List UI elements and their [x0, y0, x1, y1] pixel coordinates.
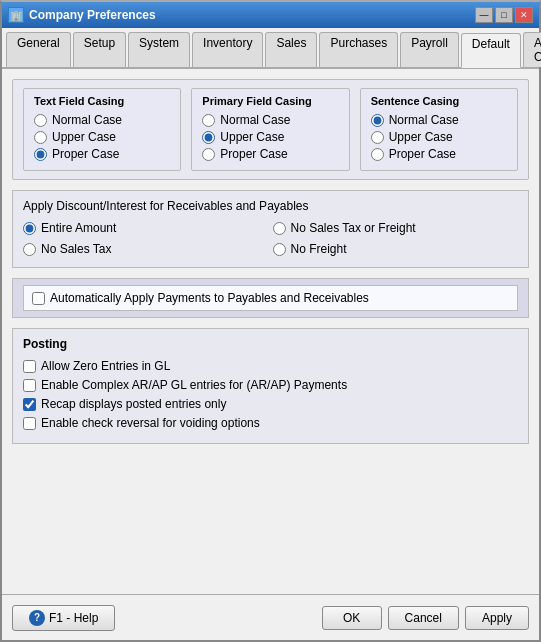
- tab-addons[interactable]: Add-Ons: [523, 32, 541, 67]
- main-window: 🏢 Company Preferences — □ ✕ General Setu…: [0, 0, 541, 642]
- content-area: Text Field Casing Normal Case Upper Case…: [2, 69, 539, 594]
- text-proper-radio[interactable]: [34, 148, 47, 161]
- posting-recap-displays[interactable]: Recap displays posted entries only: [23, 397, 518, 411]
- auto-apply-section: Automatically Apply Payments to Payables…: [12, 278, 529, 318]
- primary-upper-label: Upper Case: [220, 130, 284, 144]
- discount-title: Apply Discount/Interest for Receivables …: [23, 199, 518, 213]
- discount-no-sales-tax[interactable]: No Sales Tax: [23, 242, 269, 256]
- text-normal-label: Normal Case: [52, 113, 122, 127]
- title-bar-left: 🏢 Company Preferences: [8, 7, 156, 23]
- tab-default[interactable]: Default: [461, 33, 521, 68]
- primary-upper-radio[interactable]: [202, 131, 215, 144]
- discount-entire-amount[interactable]: Entire Amount: [23, 221, 269, 235]
- minimize-button[interactable]: —: [475, 7, 493, 23]
- auto-apply-checkbox[interactable]: [32, 292, 45, 305]
- tab-purchases[interactable]: Purchases: [319, 32, 398, 67]
- sentence-upper-radio[interactable]: [371, 131, 384, 144]
- primary-proper-label: Proper Case: [220, 147, 287, 161]
- posting-allow-zero[interactable]: Allow Zero Entries in GL: [23, 359, 518, 373]
- discount-no-freight-radio[interactable]: [273, 243, 286, 256]
- auto-apply-label: Automatically Apply Payments to Payables…: [50, 291, 369, 305]
- sentence-casing-group: Sentence Casing Normal Case Upper Case P…: [360, 88, 518, 171]
- footer: ? F1 - Help OK Cancel Apply: [2, 594, 539, 640]
- posting-section: Posting Allow Zero Entries in GL Enable …: [12, 328, 529, 444]
- posting-check-reversal-checkbox[interactable]: [23, 417, 36, 430]
- discount-entire-radio[interactable]: [23, 222, 36, 235]
- posting-complex-ar-ap[interactable]: Enable Complex AR/AP GL entries for (AR/…: [23, 378, 518, 392]
- posting-allow-zero-checkbox[interactable]: [23, 360, 36, 373]
- posting-recap-label: Recap displays posted entries only: [41, 397, 226, 411]
- posting-allow-zero-label: Allow Zero Entries in GL: [41, 359, 170, 373]
- window-title: Company Preferences: [29, 8, 156, 22]
- text-normal-radio[interactable]: [34, 114, 47, 127]
- posting-check-reversal[interactable]: Enable check reversal for voiding option…: [23, 416, 518, 430]
- tab-inventory[interactable]: Inventory: [192, 32, 263, 67]
- primary-field-casing-title: Primary Field Casing: [202, 95, 338, 107]
- discount-no-freight-label: No Freight: [291, 242, 347, 256]
- posting-check-reversal-label: Enable check reversal for voiding option…: [41, 416, 260, 430]
- primary-proper-radio[interactable]: [202, 148, 215, 161]
- text-upper-case[interactable]: Upper Case: [34, 130, 170, 144]
- title-bar: 🏢 Company Preferences — □ ✕: [2, 2, 539, 28]
- sentence-proper-label: Proper Case: [389, 147, 456, 161]
- primary-normal-label: Normal Case: [220, 113, 290, 127]
- cancel-button[interactable]: Cancel: [388, 606, 459, 630]
- restore-button[interactable]: □: [495, 7, 513, 23]
- sentence-proper-case[interactable]: Proper Case: [371, 147, 507, 161]
- text-normal-case[interactable]: Normal Case: [34, 113, 170, 127]
- discount-no-sales-tax-label: No Sales Tax: [41, 242, 111, 256]
- auto-apply-inner: Automatically Apply Payments to Payables…: [23, 285, 518, 311]
- casing-row: Text Field Casing Normal Case Upper Case…: [23, 88, 518, 171]
- title-buttons: — □ ✕: [475, 7, 533, 23]
- casing-section: Text Field Casing Normal Case Upper Case…: [12, 79, 529, 180]
- footer-left: ? F1 - Help: [12, 605, 115, 631]
- text-upper-label: Upper Case: [52, 130, 116, 144]
- app-icon: 🏢: [8, 7, 24, 23]
- posting-title: Posting: [23, 337, 518, 351]
- sentence-proper-radio[interactable]: [371, 148, 384, 161]
- sentence-upper-label: Upper Case: [389, 130, 453, 144]
- sentence-casing-title: Sentence Casing: [371, 95, 507, 107]
- discount-section: Apply Discount/Interest for Receivables …: [12, 190, 529, 268]
- sentence-upper-case[interactable]: Upper Case: [371, 130, 507, 144]
- posting-recap-checkbox[interactable]: [23, 398, 36, 411]
- discount-no-sales-tax-freight-radio[interactable]: [273, 222, 286, 235]
- discount-no-freight[interactable]: No Freight: [273, 242, 519, 256]
- tab-system[interactable]: System: [128, 32, 190, 67]
- posting-complex-ar-ap-label: Enable Complex AR/AP GL entries for (AR/…: [41, 378, 347, 392]
- close-button[interactable]: ✕: [515, 7, 533, 23]
- tab-general[interactable]: General: [6, 32, 71, 67]
- help-icon: ?: [29, 610, 45, 626]
- posting-complex-ar-ap-checkbox[interactable]: [23, 379, 36, 392]
- help-label: F1 - Help: [49, 611, 98, 625]
- sentence-normal-case[interactable]: Normal Case: [371, 113, 507, 127]
- tab-sales[interactable]: Sales: [265, 32, 317, 67]
- tab-setup[interactable]: Setup: [73, 32, 126, 67]
- primary-upper-case[interactable]: Upper Case: [202, 130, 338, 144]
- text-upper-radio[interactable]: [34, 131, 47, 144]
- discount-options: Entire Amount No Sales Tax or Freight No…: [23, 221, 518, 259]
- help-button[interactable]: ? F1 - Help: [12, 605, 115, 631]
- ok-button[interactable]: OK: [322, 606, 382, 630]
- primary-normal-case[interactable]: Normal Case: [202, 113, 338, 127]
- apply-button[interactable]: Apply: [465, 606, 529, 630]
- discount-no-sales-tax-radio[interactable]: [23, 243, 36, 256]
- text-proper-case[interactable]: Proper Case: [34, 147, 170, 161]
- text-field-casing-title: Text Field Casing: [34, 95, 170, 107]
- tab-bar: General Setup System Inventory Sales Pur…: [2, 28, 539, 69]
- footer-right: OK Cancel Apply: [322, 606, 529, 630]
- text-field-casing-group: Text Field Casing Normal Case Upper Case…: [23, 88, 181, 171]
- primary-proper-case[interactable]: Proper Case: [202, 147, 338, 161]
- primary-normal-radio[interactable]: [202, 114, 215, 127]
- primary-field-casing-group: Primary Field Casing Normal Case Upper C…: [191, 88, 349, 171]
- text-proper-label: Proper Case: [52, 147, 119, 161]
- discount-no-sales-tax-freight-label: No Sales Tax or Freight: [291, 221, 416, 235]
- discount-no-sales-tax-freight[interactable]: No Sales Tax or Freight: [273, 221, 519, 235]
- sentence-normal-label: Normal Case: [389, 113, 459, 127]
- tab-payroll[interactable]: Payroll: [400, 32, 459, 67]
- sentence-normal-radio[interactable]: [371, 114, 384, 127]
- discount-entire-label: Entire Amount: [41, 221, 116, 235]
